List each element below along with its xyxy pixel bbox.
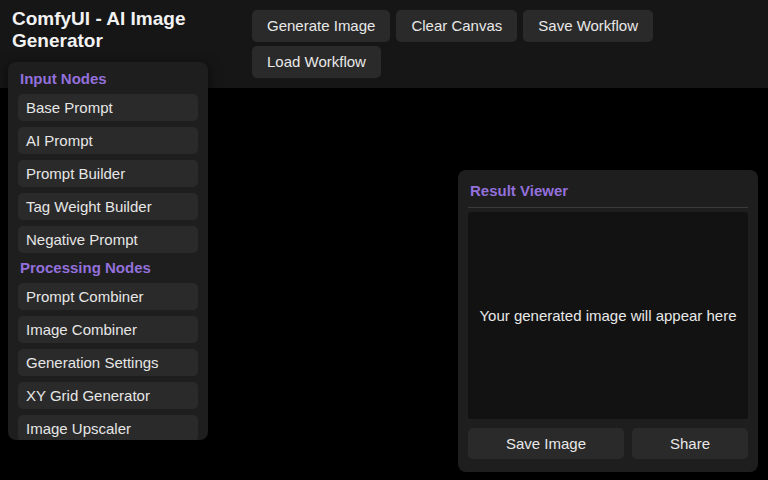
processing-nodes-section-title: Processing Nodes bbox=[20, 259, 198, 276]
save-image-button[interactable]: Save Image bbox=[468, 428, 624, 459]
result-actions: Save Image Share bbox=[468, 428, 748, 459]
node-item-image-upscaler[interactable]: Image Upscaler bbox=[18, 415, 198, 440]
node-item-image-combiner[interactable]: Image Combiner bbox=[18, 316, 198, 343]
node-item-tag-weight-builder[interactable]: Tag Weight Builder bbox=[18, 193, 198, 220]
app-title: ComfyUI - AI Image Generator bbox=[12, 8, 252, 52]
save-workflow-button[interactable]: Save Workflow bbox=[523, 10, 653, 42]
result-viewer-title: Result Viewer bbox=[468, 180, 748, 208]
result-image-area: Your generated image will appear here bbox=[468, 212, 748, 419]
input-nodes-section-title: Input Nodes bbox=[20, 70, 198, 87]
node-item-base-prompt[interactable]: Base Prompt bbox=[18, 94, 198, 121]
node-palette-panel: Input Nodes Base Prompt AI Prompt Prompt… bbox=[8, 62, 208, 440]
share-button[interactable]: Share bbox=[632, 428, 748, 459]
clear-canvas-button[interactable]: Clear Canvas bbox=[396, 10, 517, 42]
node-item-prompt-combiner[interactable]: Prompt Combiner bbox=[18, 283, 198, 310]
node-item-negative-prompt[interactable]: Negative Prompt bbox=[18, 226, 198, 253]
load-workflow-button[interactable]: Load Workflow bbox=[252, 46, 381, 78]
toolbar: Generate Image Clear Canvas Save Workflo… bbox=[252, 0, 768, 78]
node-item-xy-grid-generator[interactable]: XY Grid Generator bbox=[18, 382, 198, 409]
node-item-ai-prompt[interactable]: AI Prompt bbox=[18, 127, 198, 154]
result-placeholder-text: Your generated image will appear here bbox=[479, 307, 736, 324]
node-item-prompt-builder[interactable]: Prompt Builder bbox=[18, 160, 198, 187]
generate-image-button[interactable]: Generate Image bbox=[252, 10, 390, 42]
app-page: ComfyUI - AI Image Generator Generate Im… bbox=[0, 0, 768, 480]
result-viewer-panel: Result Viewer Your generated image will … bbox=[458, 170, 758, 472]
node-item-generation-settings[interactable]: Generation Settings bbox=[18, 349, 198, 376]
